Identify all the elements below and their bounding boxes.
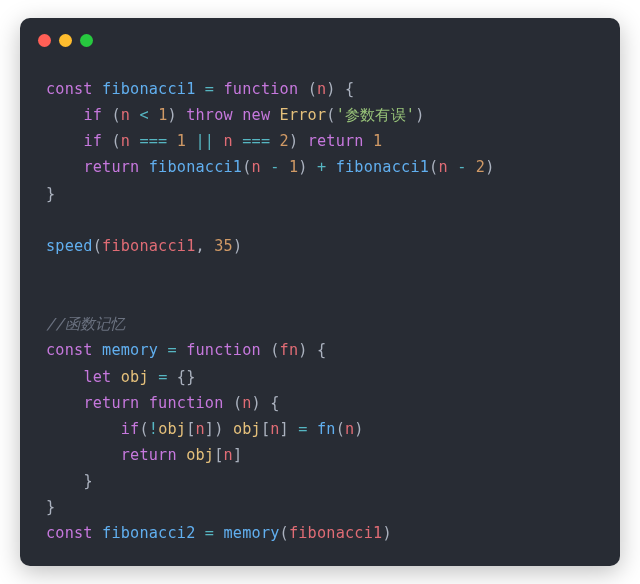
ident-fibonacci1: fibonacci1	[102, 80, 195, 98]
comma: ,	[196, 237, 205, 255]
keyword-throw: throw	[186, 106, 233, 124]
op-or: ||	[196, 132, 215, 150]
op-minus: -	[270, 158, 279, 176]
op-seq: ===	[139, 132, 167, 150]
num-2: 2	[280, 132, 289, 150]
rbracket: ]	[205, 420, 214, 438]
call-fn: fn	[317, 420, 336, 438]
code-window: const fibonacci1 = function (n) { if (n …	[20, 18, 620, 566]
lbracket: [	[186, 420, 195, 438]
lbrace: {	[345, 80, 354, 98]
call-fibonacci1: fibonacci1	[149, 158, 242, 176]
ident-fibonacci2: fibonacci2	[102, 524, 195, 542]
lparen: (	[308, 80, 317, 98]
op-not: !	[149, 420, 158, 438]
keyword-const: const	[46, 80, 93, 98]
close-icon[interactable]	[38, 34, 51, 47]
call-speed: speed	[46, 237, 93, 255]
param-fn: fn	[280, 341, 299, 359]
minimize-icon[interactable]	[59, 34, 72, 47]
zoom-icon[interactable]	[80, 34, 93, 47]
arg-fibonacci1: fibonacci1	[102, 237, 195, 255]
comment-memo: //函数记忆	[46, 315, 126, 333]
keyword-if: if	[83, 106, 102, 124]
keyword-new: new	[242, 106, 270, 124]
num-35: 35	[214, 237, 233, 255]
ident-obj: obj	[121, 368, 149, 386]
call-memory: memory	[224, 524, 280, 542]
code-block: const fibonacci1 = function (n) { if (n …	[20, 62, 620, 566]
param-n: n	[317, 80, 326, 98]
ident-memory: memory	[102, 341, 158, 359]
op-plus: +	[317, 158, 326, 176]
rbrace: }	[46, 185, 55, 203]
string-err: '参数有误'	[336, 106, 416, 124]
class-error: Error	[280, 106, 327, 124]
rparen: )	[326, 80, 335, 98]
op-assign: =	[205, 80, 214, 98]
titlebar	[20, 18, 620, 62]
keyword-function: function	[224, 80, 299, 98]
keyword-let: let	[83, 368, 111, 386]
op-lt: <	[139, 106, 148, 124]
keyword-return: return	[308, 132, 364, 150]
